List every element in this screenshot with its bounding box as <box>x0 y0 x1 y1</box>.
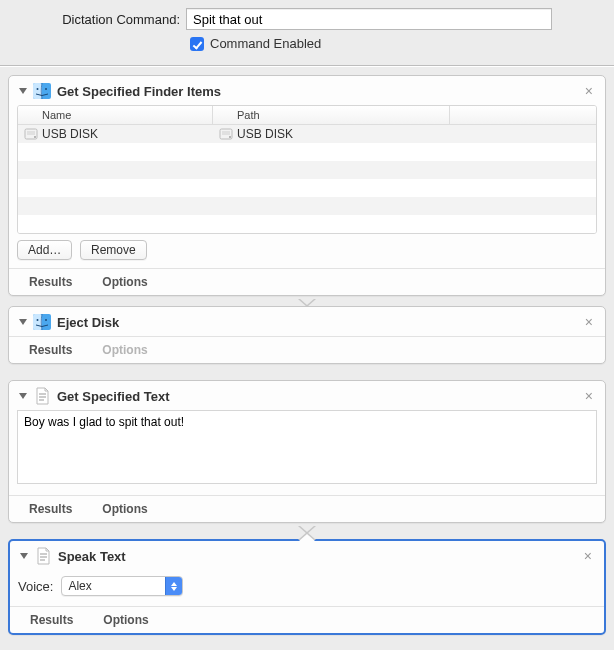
command-enabled-label: Command Enabled <box>210 36 321 51</box>
action-title: Get Specified Finder Items <box>57 84 579 99</box>
action-title: Get Specified Text <box>57 389 579 404</box>
dictation-command-section: Dictation Command: Command Enabled <box>0 0 614 66</box>
voice-select[interactable]: Alex <box>61 576 183 596</box>
table-row[interactable] <box>18 143 596 161</box>
dictation-command-label: Dictation Command: <box>0 12 186 27</box>
disclosure-triangle-icon[interactable] <box>19 393 27 399</box>
options-button[interactable]: Options <box>102 275 147 289</box>
connector-icon <box>8 533 606 539</box>
close-icon[interactable]: × <box>579 388 599 404</box>
close-icon[interactable]: × <box>579 314 599 330</box>
options-button[interactable]: Options <box>102 502 147 516</box>
action-title: Eject Disk <box>57 315 579 330</box>
table-row[interactable] <box>18 179 596 197</box>
action-eject-disk: Eject Disk × Results Options <box>8 306 606 364</box>
voice-select-value: Alex <box>62 579 165 593</box>
results-button[interactable]: Results <box>29 275 72 289</box>
results-button[interactable]: Results <box>29 502 72 516</box>
connector-icon <box>8 300 606 306</box>
close-icon[interactable]: × <box>579 83 599 99</box>
stepper-arrows-icon <box>165 577 182 595</box>
close-icon[interactable]: × <box>578 548 598 564</box>
finder-items-table: Name Path USB DISK USB DISK <box>17 105 597 234</box>
workflow-canvas: Get Specified Finder Items × Name Path U… <box>0 66 614 650</box>
drive-icon <box>24 127 38 141</box>
dictation-command-input[interactable] <box>186 8 552 30</box>
action-speak-text: Speak Text × Voice: Alex Results Options <box>8 539 606 635</box>
action-get-specified-finder-items: Get Specified Finder Items × Name Path U… <box>8 75 606 296</box>
disclosure-triangle-icon[interactable] <box>19 319 27 325</box>
table-row[interactable] <box>18 161 596 179</box>
text-document-icon <box>33 387 51 405</box>
disclosure-triangle-icon[interactable] <box>20 553 28 559</box>
column-header-name[interactable]: Name <box>18 106 213 124</box>
finder-icon <box>33 313 51 331</box>
finder-icon <box>33 82 51 100</box>
results-button[interactable]: Results <box>30 613 73 627</box>
command-enabled-checkbox[interactable] <box>190 37 204 51</box>
cell-path: USB DISK <box>237 127 293 141</box>
disclosure-triangle-icon[interactable] <box>19 88 27 94</box>
drive-icon <box>219 127 233 141</box>
cell-name: USB DISK <box>42 127 98 141</box>
table-row[interactable] <box>18 215 596 233</box>
options-button[interactable]: Options <box>103 613 148 627</box>
action-get-specified-text: Get Specified Text × Results Options <box>8 380 606 523</box>
add-button[interactable]: Add… <box>17 240 72 260</box>
remove-button[interactable]: Remove <box>80 240 147 260</box>
table-row[interactable]: USB DISK USB DISK <box>18 125 596 143</box>
voice-label: Voice: <box>18 579 53 594</box>
column-header-spacer <box>450 106 596 124</box>
results-button[interactable]: Results <box>29 343 72 357</box>
column-header-path[interactable]: Path <box>213 106 450 124</box>
specified-text-input[interactable] <box>17 410 597 484</box>
action-title: Speak Text <box>58 549 578 564</box>
table-row[interactable] <box>18 197 596 215</box>
text-document-icon <box>34 547 52 565</box>
options-button: Options <box>102 343 147 357</box>
